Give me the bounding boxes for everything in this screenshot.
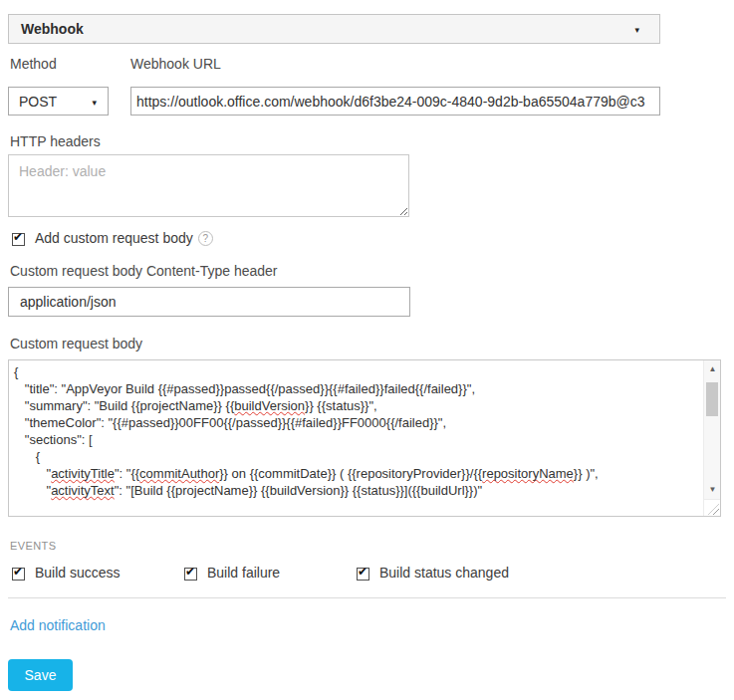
build-success-checkbox[interactable] xyxy=(12,568,25,581)
notification-type-value: Webhook xyxy=(9,21,84,37)
content-type-input[interactable] xyxy=(8,287,410,317)
save-button[interactable]: Save xyxy=(8,659,73,691)
custom-body-option-row: Add custom request body? xyxy=(12,230,213,246)
build-success-label: Build success xyxy=(35,565,121,581)
divider xyxy=(8,597,726,598)
content-type-label: Custom request body Content-Type header xyxy=(10,263,278,279)
build-failure-label: Build failure xyxy=(207,565,280,581)
webhook-url-label: Webhook URL xyxy=(130,56,221,72)
http-headers-textarea[interactable] xyxy=(8,154,409,217)
webhook-url-input[interactable] xyxy=(130,87,660,116)
scrollbar-thumb[interactable] xyxy=(706,382,718,416)
http-headers-label: HTTP headers xyxy=(10,133,101,149)
resize-grip-icon xyxy=(708,504,719,515)
event-build-success: Build success xyxy=(12,565,121,581)
scroll-up-icon[interactable]: ▲ xyxy=(704,362,721,376)
method-select[interactable]: POST ▾ xyxy=(8,87,109,116)
add-notification-link[interactable]: Add notification xyxy=(10,617,106,633)
add-custom-body-checkbox[interactable] xyxy=(12,233,25,246)
build-status-changed-checkbox[interactable] xyxy=(357,568,369,581)
build-failure-checkbox[interactable] xyxy=(184,568,197,581)
event-build-status-changed: Build status changed xyxy=(357,565,509,581)
chevron-down-icon: ▾ xyxy=(634,26,639,35)
custom-body-editor[interactable]: { "title": "AppVeyor Build {{#passed}}pa… xyxy=(8,359,721,517)
scroll-down-icon[interactable]: ▼ xyxy=(704,483,721,497)
notification-type-select[interactable]: Webhook ▾ xyxy=(8,14,660,44)
build-status-changed-label: Build status changed xyxy=(379,565,509,581)
events-section-label: EVENTS xyxy=(10,540,56,552)
resize-corner[interactable] xyxy=(703,499,720,516)
custom-body-label: Custom request body xyxy=(10,336,142,351)
help-icon[interactable]: ? xyxy=(198,231,213,246)
vertical-scrollbar[interactable]: ▲ ▼ xyxy=(703,360,720,499)
chevron-down-icon: ▾ xyxy=(92,99,97,108)
custom-body-text[interactable]: { "title": "AppVeyor Build {{#passed}}pa… xyxy=(9,360,702,516)
webhook-notification-form: Webhook ▾ Method Webhook URL POST ▾ HTTP… xyxy=(0,0,734,700)
method-value: POST xyxy=(9,94,57,110)
event-build-failure: Build failure xyxy=(184,565,280,581)
add-custom-body-label: Add custom request body xyxy=(35,230,193,246)
method-label: Method xyxy=(10,56,57,72)
